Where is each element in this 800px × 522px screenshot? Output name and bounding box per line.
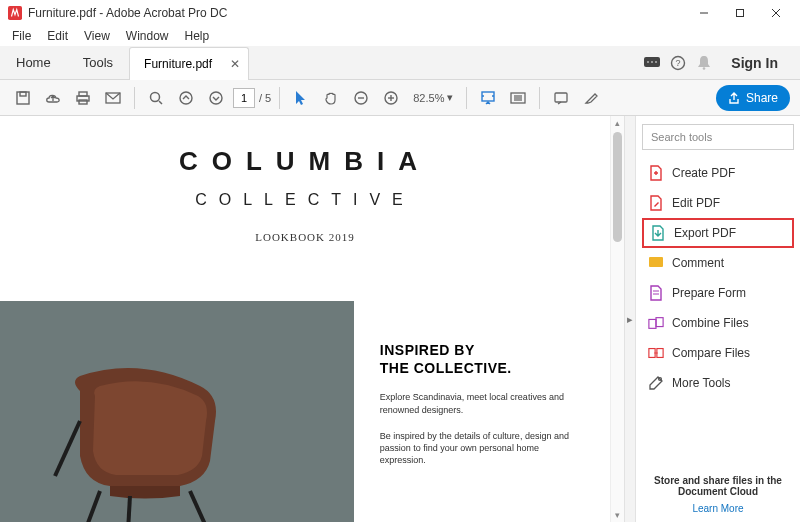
tool-label: Export PDF: [674, 226, 736, 240]
search-tools-placeholder: Search tools: [651, 131, 712, 143]
doc-title: COLUMBIA: [0, 146, 610, 177]
comment-icon: [648, 255, 664, 271]
chat-icon[interactable]: [639, 50, 665, 76]
separator: [134, 87, 135, 109]
svg-point-8: [656, 61, 658, 63]
svg-rect-41: [649, 319, 656, 328]
tool-combine-files[interactable]: Combine Files: [642, 308, 794, 338]
page-input[interactable]: [233, 88, 255, 108]
svg-point-20: [180, 92, 192, 104]
tools-sidebar: Search tools Create PDF Edit PDF Export …: [636, 116, 800, 522]
svg-point-21: [210, 92, 222, 104]
tab-tools[interactable]: Tools: [67, 46, 129, 80]
tab-home[interactable]: Home: [0, 46, 67, 80]
zoom-value: 82.5%: [413, 92, 444, 104]
svg-point-11: [703, 67, 706, 70]
minimize-button[interactable]: [686, 0, 722, 26]
bell-icon[interactable]: [691, 50, 717, 76]
tool-comment[interactable]: Comment: [642, 248, 794, 278]
doc-tab[interactable]: Furniture.pdf ✕: [129, 47, 249, 81]
prev-page-icon[interactable]: [173, 85, 199, 111]
cloud-icon[interactable]: [40, 85, 66, 111]
menu-edit[interactable]: Edit: [39, 27, 76, 45]
separator: [279, 87, 280, 109]
hand-tool-icon[interactable]: [318, 85, 344, 111]
toolbar: / 5 82.5% ▾ Share: [0, 80, 800, 116]
menubar: File Edit View Window Help: [0, 26, 800, 46]
page-total: / 5: [259, 92, 271, 104]
scroll-up-icon[interactable]: ▴: [611, 116, 624, 130]
tool-label: Edit PDF: [672, 196, 720, 210]
svg-rect-2: [737, 10, 744, 17]
search-icon[interactable]: [143, 85, 169, 111]
doc-lookbook: LOOKBOOK 2019: [0, 231, 610, 243]
menu-file[interactable]: File: [4, 27, 39, 45]
highlight-icon[interactable]: [578, 85, 604, 111]
save-icon[interactable]: [10, 85, 36, 111]
svg-line-37: [55, 421, 80, 476]
maximize-button[interactable]: [722, 0, 758, 26]
fit-page-icon[interactable]: [505, 85, 531, 111]
zoom-out-icon[interactable]: [348, 85, 374, 111]
mail-icon[interactable]: [100, 85, 126, 111]
tool-label: Prepare Form: [672, 286, 746, 300]
cloud-promo-text: Store and share files in the Document Cl…: [648, 475, 788, 497]
menu-help[interactable]: Help: [177, 27, 218, 45]
svg-point-6: [648, 61, 650, 63]
appbar: Home Tools Furniture.pdf ✕ ? Sign In: [0, 46, 800, 80]
svg-rect-42: [656, 318, 663, 327]
svg-rect-38: [649, 257, 663, 267]
search-tools-input[interactable]: Search tools: [642, 124, 794, 150]
close-button[interactable]: [758, 0, 794, 26]
separator: [466, 87, 467, 109]
scroll-down-icon[interactable]: ▾: [611, 508, 624, 522]
doc-tab-label: Furniture.pdf: [144, 57, 212, 71]
scroll-thumb[interactable]: [613, 132, 622, 242]
svg-rect-16: [79, 100, 87, 104]
share-button[interactable]: Share: [716, 85, 790, 111]
doc-para-1: Explore Scandinavia, meet local creative…: [380, 391, 570, 415]
tool-label: Combine Files: [672, 316, 749, 330]
print-icon[interactable]: [70, 85, 96, 111]
tool-export-pdf[interactable]: Export PDF: [642, 218, 794, 248]
svg-line-19: [159, 101, 162, 104]
doc-tab-close-icon[interactable]: ✕: [230, 57, 240, 71]
svg-point-18: [151, 92, 160, 101]
tool-more-tools[interactable]: More Tools: [642, 368, 794, 398]
learn-more-link[interactable]: Learn More: [648, 503, 788, 514]
more-tools-icon: [648, 375, 664, 391]
compare-files-icon: [648, 345, 664, 361]
tool-label: Compare Files: [672, 346, 750, 360]
svg-rect-43: [649, 349, 655, 358]
tool-label: Comment: [672, 256, 724, 270]
window-title: Furniture.pdf - Adobe Acrobat Pro DC: [28, 6, 227, 20]
collapse-panel-button[interactable]: ▸: [624, 116, 636, 522]
tool-edit-pdf[interactable]: Edit PDF: [642, 188, 794, 218]
next-page-icon[interactable]: [203, 85, 229, 111]
note-icon[interactable]: [548, 85, 574, 111]
share-icon: [728, 92, 740, 104]
tool-prepare-form[interactable]: Prepare Form: [642, 278, 794, 308]
zoom-dropdown[interactable]: 82.5% ▾: [408, 88, 458, 107]
svg-rect-13: [20, 92, 26, 96]
tool-compare-files[interactable]: Compare Files: [642, 338, 794, 368]
edit-pdf-icon: [648, 195, 664, 211]
chair-icon: [40, 361, 250, 522]
menu-window[interactable]: Window: [118, 27, 177, 45]
zoom-in-icon[interactable]: [378, 85, 404, 111]
select-tool-icon[interactable]: [288, 85, 314, 111]
sign-in-button[interactable]: Sign In: [717, 55, 792, 71]
cloud-promo: Store and share files in the Document Cl…: [642, 469, 794, 514]
page-indicator: / 5: [233, 88, 271, 108]
help-icon[interactable]: ?: [665, 50, 691, 76]
document-area[interactable]: COLUMBIA COLLECTIVE LOOKBOOK 2019: [0, 116, 624, 522]
scrollbar[interactable]: ▴ ▾: [610, 116, 624, 522]
app-icon: [8, 6, 22, 20]
fit-width-icon[interactable]: [475, 85, 501, 111]
tool-create-pdf[interactable]: Create PDF: [642, 158, 794, 188]
svg-line-33: [85, 491, 100, 522]
document-page: COLUMBIA COLLECTIVE LOOKBOOK 2019: [0, 116, 610, 522]
menu-view[interactable]: View: [76, 27, 118, 45]
svg-point-7: [652, 61, 654, 63]
create-pdf-icon: [648, 165, 664, 181]
